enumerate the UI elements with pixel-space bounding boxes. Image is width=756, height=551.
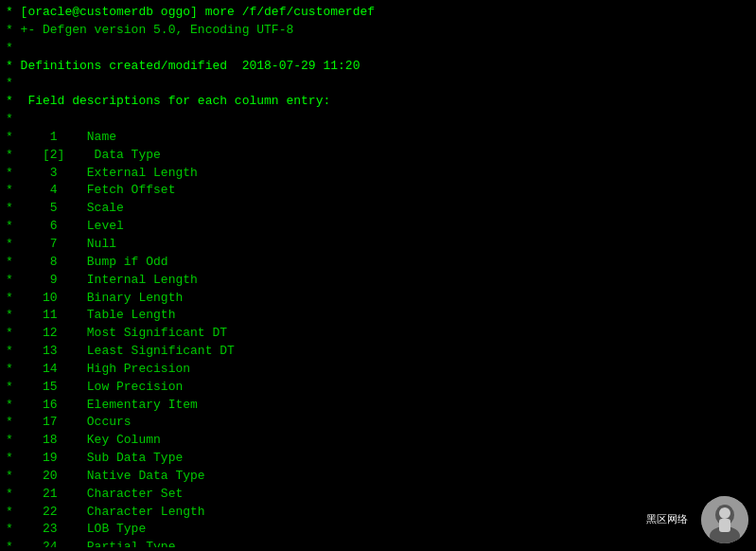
field-row-18: * 18 Key Column	[6, 432, 750, 450]
field-row-8: * 8 Bump if Odd	[6, 254, 750, 272]
header-line-4: * Field descriptions for each column ent…	[6, 93, 750, 111]
svg-rect-4	[719, 519, 730, 532]
watermark-label: 黑区网络	[639, 510, 695, 529]
field-list: * 1 Name* [2] Data Type* 3 External Leng…	[6, 129, 750, 547]
field-row-10: * 10 Binary Length	[6, 290, 750, 308]
field-row-14: * 14 High Precision	[6, 361, 750, 379]
svg-point-3	[719, 507, 730, 519]
field-row-5: * 5 Scale	[6, 200, 750, 218]
field-row-19: * 19 Sub Data Type	[6, 450, 750, 468]
header-line-2: * Definitions created/modified 2018-07-2…	[6, 58, 750, 76]
header-line-3: *	[6, 75, 750, 93]
field-row-9: * 9 Internal Length	[6, 272, 750, 290]
path-line: * [oracle@customerdb oggo] more /f/def/c…	[6, 4, 750, 22]
field-row-15: * 15 Low Precision	[6, 379, 750, 397]
watermark-icon	[701, 496, 748, 543]
field-row-16: * 16 Elementary Item	[6, 397, 750, 415]
watermark-avatar	[701, 496, 748, 543]
field-row-1: * 1 Name	[6, 129, 750, 147]
field-row-3: * 3 External Length	[6, 165, 750, 183]
field-row-11: * 11 Table Length	[6, 307, 750, 325]
field-row-12: * 12 Most Significant DT	[6, 325, 750, 343]
watermark: 黑区网络	[639, 496, 748, 543]
field-row-17: * 17 Occurs	[6, 414, 750, 432]
field-row-13: * 13 Least Significant DT	[6, 343, 750, 361]
header-line-0: * +- Defgen version 5.0, Encoding UTF-8	[6, 22, 750, 40]
field-row-4: * 4 Fetch Offset	[6, 182, 750, 200]
field-row-6: * 6 Level	[6, 218, 750, 236]
header-line-5: *	[6, 111, 750, 129]
field-row-20: * 20 Native Data Type	[6, 468, 750, 486]
header-line-1: *	[6, 40, 750, 58]
field-row-7: * 7 Null	[6, 236, 750, 254]
terminal: * [oracle@customerdb oggo] more /f/def/c…	[6, 4, 750, 547]
field-row-2: * [2] Data Type	[6, 147, 750, 165]
